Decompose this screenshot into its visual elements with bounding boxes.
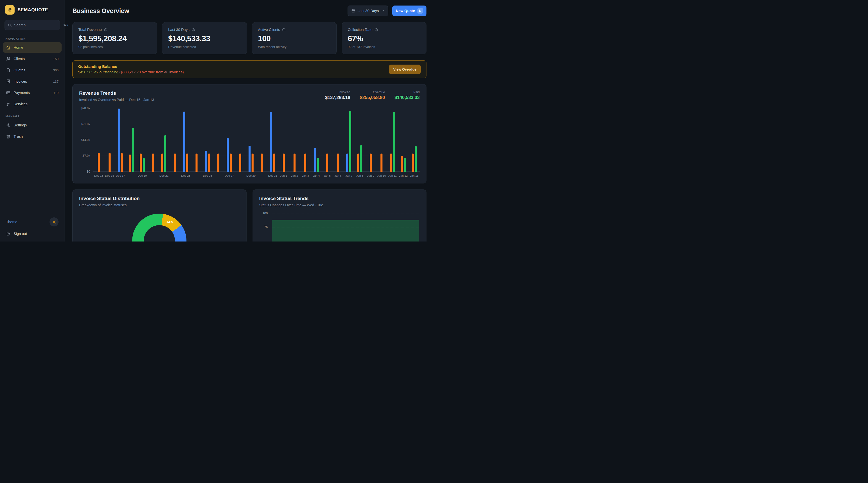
alert-text: $450,565.42 outstanding ($393,217.73 ove… xyxy=(78,70,184,74)
area-series-line xyxy=(272,220,420,220)
summary-value: $140,533.33 xyxy=(395,95,420,100)
chart-day-group xyxy=(354,108,365,172)
bar-overdue[interactable] xyxy=(304,154,306,172)
info-icon[interactable] xyxy=(282,28,286,32)
date-range-button[interactable]: Last 30 Days xyxy=(347,5,389,16)
bar-overdue[interactable] xyxy=(186,154,188,172)
bar-overdue[interactable] xyxy=(217,154,219,172)
bar-paid[interactable] xyxy=(143,158,145,172)
bar-overdue[interactable] xyxy=(195,154,197,172)
sign-out-button[interactable]: Sign out xyxy=(6,232,59,236)
revenue-trends-summary: Invoiced$137,263.18Overdue$255,058.80Pai… xyxy=(325,90,420,100)
bar-overdue[interactable] xyxy=(161,154,163,172)
bar-paid[interactable] xyxy=(132,128,134,172)
bar-overdue[interactable] xyxy=(108,153,111,172)
bar-paid[interactable] xyxy=(349,111,351,172)
invoice-status-trends-card: Invoice Status Trends Status Changes Ove… xyxy=(253,189,427,241)
sidebar-item-trash[interactable]: Trash xyxy=(3,131,62,142)
bar-overdue[interactable] xyxy=(358,154,359,172)
bar-overdue[interactable] xyxy=(98,153,100,172)
sidebar-item-home[interactable]: Home xyxy=(3,42,62,53)
x-axis-tick: Dec 16 xyxy=(104,174,115,177)
x-axis-tick: Dec 29 xyxy=(246,174,256,177)
area-chart[interactable]: 10075 xyxy=(259,212,420,241)
theme-toggle-button[interactable] xyxy=(50,217,59,227)
bar-overdue[interactable] xyxy=(140,154,142,172)
bar-overdue[interactable] xyxy=(390,154,392,172)
sidebar-item-label: Clients xyxy=(13,57,50,61)
x-axis-tick: Jan 8 xyxy=(354,174,365,177)
chart-day-group xyxy=(169,108,180,172)
bar-paid[interactable] xyxy=(415,146,417,172)
stat-card: Last 30 Days$140,533.33Revenue collected xyxy=(162,22,247,54)
bar-overdue[interactable] xyxy=(174,154,176,172)
bar-paid[interactable] xyxy=(404,158,406,172)
view-overdue-button[interactable]: View Overdue xyxy=(389,65,421,74)
bar-paid[interactable] xyxy=(360,145,362,172)
bar-overdue[interactable] xyxy=(261,154,263,172)
bar-overdue[interactable] xyxy=(252,154,254,172)
chart-day-group xyxy=(278,108,289,172)
bar-overdue[interactable] xyxy=(121,153,123,172)
bar-invoiced[interactable] xyxy=(205,151,207,172)
stat-subtext: Revenue collected xyxy=(168,45,241,49)
bar-invoiced[interactable] xyxy=(270,112,272,172)
bar-overdue[interactable] xyxy=(401,156,403,172)
info-icon[interactable] xyxy=(191,28,195,32)
x-axis-tick: Dec 21 xyxy=(159,174,169,177)
sidebar-item-quotes[interactable]: Quotes306 xyxy=(3,65,62,76)
x-axis-tick: Jan 12 xyxy=(398,174,409,177)
info-icon[interactable] xyxy=(374,28,378,32)
sidebar-item-payments[interactable]: Payments110 xyxy=(3,87,62,98)
sidebar-footer: Theme Sign out xyxy=(0,213,65,241)
x-axis-tick: Dec 31 xyxy=(268,174,278,177)
chart-day-group xyxy=(344,108,354,172)
stats-row: Total Revenue$1,595,208.2492 paid invoic… xyxy=(72,22,427,54)
search-box[interactable]: ⌘K xyxy=(4,20,60,30)
bar-overdue[interactable] xyxy=(208,154,210,172)
bar-overdue[interactable] xyxy=(337,154,339,172)
search-input[interactable] xyxy=(14,23,61,27)
bar-overdue[interactable] xyxy=(326,154,328,172)
revenue-trends-chart[interactable]: $0$7.0k$14.0k$21.0k$28.0k xyxy=(79,108,420,172)
sidebar-item-services[interactable]: Services xyxy=(3,99,62,109)
bar-invoiced[interactable] xyxy=(346,154,348,172)
bar-invoiced[interactable] xyxy=(227,138,229,172)
trends-title: Invoice Status Trends xyxy=(259,196,420,201)
outstanding-balance-alert: Outstanding Balance $450,565.42 outstand… xyxy=(72,60,427,78)
calendar-icon xyxy=(351,9,355,13)
new-quote-button[interactable]: New Quote N xyxy=(392,5,427,16)
main-content: Business Overview Last 30 Days New Quote… xyxy=(65,0,434,241)
sidebar-item-invoices[interactable]: Invoices137 xyxy=(3,76,62,87)
bar-overdue[interactable] xyxy=(293,154,296,172)
y-axis-tick: $14.0k xyxy=(81,138,90,142)
bar-overdue[interactable] xyxy=(152,154,154,172)
bar-overdue[interactable] xyxy=(129,155,131,172)
bar-paid[interactable] xyxy=(164,135,166,172)
bar-overdue[interactable] xyxy=(370,154,372,172)
bar-chart-plot xyxy=(93,108,420,172)
info-icon[interactable] xyxy=(104,28,107,32)
bar-overdue[interactable] xyxy=(230,154,232,172)
bar-overdue[interactable] xyxy=(412,154,414,172)
clients-icon xyxy=(6,57,10,61)
new-quote-label: New Quote xyxy=(396,9,415,13)
bar-invoiced[interactable] xyxy=(183,112,185,172)
bar-overdue[interactable] xyxy=(283,154,285,172)
topbar-actions: Last 30 Days New Quote N xyxy=(347,5,427,16)
sidebar-item-settings[interactable]: Settings xyxy=(3,120,62,130)
sidebar-item-clients[interactable]: Clients150 xyxy=(3,54,62,64)
bar-invoiced[interactable] xyxy=(249,146,251,172)
bar-overdue[interactable] xyxy=(273,154,275,172)
bar-invoiced[interactable] xyxy=(118,109,120,172)
bar-paid[interactable] xyxy=(393,112,395,172)
bar-overdue[interactable] xyxy=(380,154,382,172)
sidebar-item-count: 137 xyxy=(53,80,59,84)
bar-paid[interactable] xyxy=(317,158,319,172)
sidebar-item-label: Trash xyxy=(13,134,59,139)
bar-overdue[interactable] xyxy=(239,154,241,172)
donut-chart[interactable]: 13% xyxy=(132,214,186,241)
theme-label: Theme xyxy=(6,220,17,224)
app-logo[interactable]: SEMAQUOTE xyxy=(0,0,65,19)
bar-invoiced[interactable] xyxy=(314,148,316,172)
